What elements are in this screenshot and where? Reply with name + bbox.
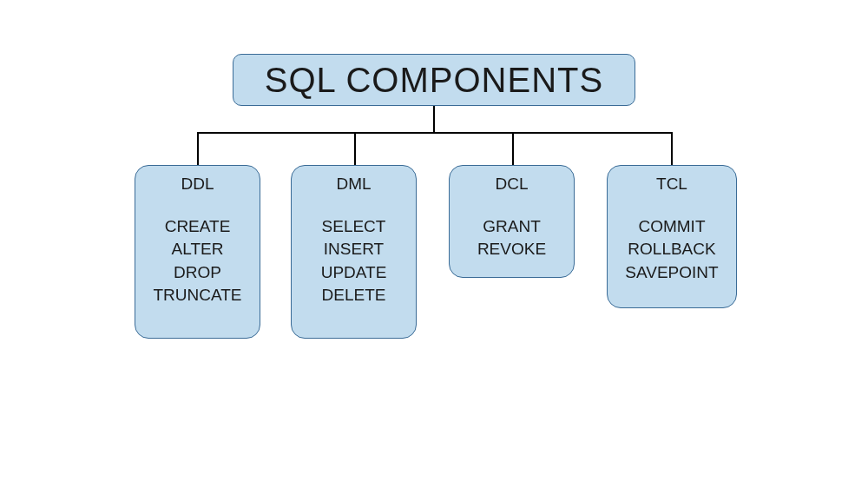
child-node-dml: DML SELECT INSERT UPDATE DELETE: [291, 165, 417, 339]
child-node-dcl: DCL GRANT REVOKE: [449, 165, 575, 278]
child-title: DCL: [450, 173, 574, 196]
child-item: SAVEPOINT: [608, 261, 736, 285]
child-item: COMMIT: [608, 215, 736, 239]
connector-line: [354, 132, 356, 165]
child-item: REVOKE: [450, 238, 574, 261]
connector-line: [671, 132, 673, 165]
connector-line: [433, 106, 435, 132]
child-item: DROP: [135, 261, 260, 285]
connector-line: [197, 132, 672, 134]
connector-line: [197, 132, 199, 165]
child-item: GRANT: [450, 215, 574, 239]
child-title: DML: [292, 173, 416, 196]
child-item: DELETE: [292, 284, 416, 307]
child-items: CREATE ALTER DROP TRUNCATE: [135, 215, 260, 307]
connector-line: [512, 132, 514, 165]
child-item: TRUNCATE: [135, 284, 260, 307]
child-item: ALTER: [135, 238, 260, 261]
child-title: TCL: [608, 173, 736, 196]
child-item: INSERT: [292, 238, 416, 261]
child-items: COMMIT ROLLBACK SAVEPOINT: [608, 215, 736, 285]
child-item: UPDATE: [292, 261, 416, 285]
root-node: SQL COMPONENTS: [233, 54, 635, 106]
child-items: SELECT INSERT UPDATE DELETE: [292, 215, 416, 307]
child-node-ddl: DDL CREATE ALTER DROP TRUNCATE: [135, 165, 260, 339]
child-item: CREATE: [135, 215, 260, 239]
child-title: DDL: [135, 173, 260, 196]
child-item: ROLLBACK: [608, 238, 736, 261]
root-title: SQL COMPONENTS: [265, 61, 603, 100]
child-node-tcl: TCL COMMIT ROLLBACK SAVEPOINT: [607, 165, 737, 308]
child-item: SELECT: [292, 215, 416, 239]
child-items: GRANT REVOKE: [450, 215, 574, 261]
